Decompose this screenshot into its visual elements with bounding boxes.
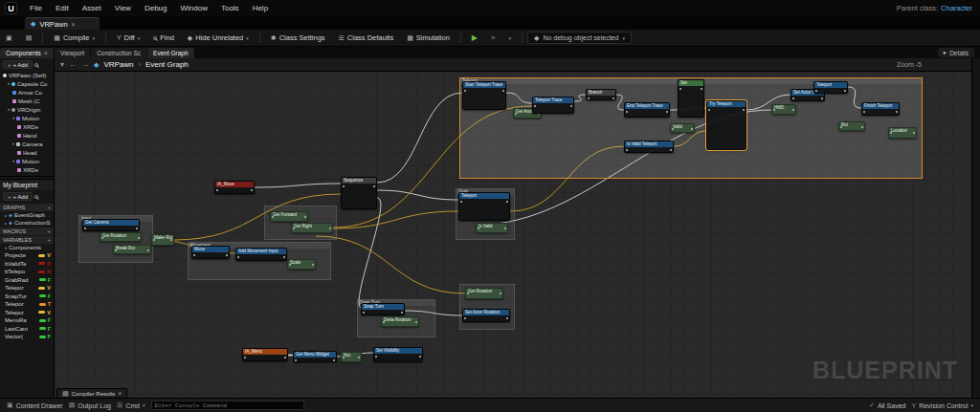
expand-arrow-icon[interactable]: ▾ [12,159,14,163]
details-panel-button[interactable]: ▸ Details [938,48,974,57]
expand-arrow-icon[interactable]: ▾ [12,116,14,120]
component-tree-item[interactable]: XRDe [0,122,54,131]
class-defaults-button[interactable]: ☰Class Defaults [333,30,400,47]
graph-node[interactable]: Snap Turn [361,303,405,315]
graph-node[interactable]: Teleport [458,192,510,221]
breadcrumb-root[interactable]: VRPawn [103,60,133,69]
graph-canvas[interactable]: BLUEPRINT ▤ Compiler Results × TeleportI… [55,72,971,398]
graph-node[interactable]: Is Valid Teleport [624,141,674,153]
breadcrumb-current[interactable]: Event Graph [145,60,189,69]
graph-node[interactable]: IA_Menu [242,348,288,361]
graph-node[interactable]: Add Movement Input [235,248,287,261]
variable-row[interactable]: Vector(F [0,333,54,341]
graph-node[interactable]: Get Rotation [465,288,503,299]
component-tree-item[interactable]: Mesh (C [0,97,54,105]
component-tree-item[interactable]: ▾Motion [0,157,54,165]
chevron-down-icon[interactable]: ▾ [92,35,95,41]
tab-vrpawn[interactable]: ◆ VRPawn × [25,17,100,30]
add-variable-icon[interactable]: + [47,237,51,243]
diff-button[interactable]: YDiff▾ [111,30,145,47]
content-drawer-button[interactable]: ▣Content Drawer [7,401,63,409]
collapsed-details-strip[interactable] [971,58,980,398]
expand-arrow-icon[interactable]: ▾ [5,246,7,250]
menu-item-help[interactable]: Help [246,0,275,16]
add-macro-icon[interactable]: + [47,228,51,234]
component-tree-item[interactable]: ▾Capsule Co [0,79,54,88]
variable-row[interactable]: bValidTeB [0,260,54,269]
tab-viewport[interactable]: Viewport [55,48,90,58]
variable-row[interactable]: ProjecteV [0,251,54,260]
debug-object-dropdown[interactable]: ◆ No debug object selected ▾ [527,32,632,44]
menu-item-asset[interactable]: Asset [76,0,108,16]
variable-row[interactable]: bTelepoB [0,268,54,276]
expand-arrow-icon[interactable]: ▸ [5,213,7,218]
expand-arrow-icon[interactable]: ▾ [12,141,14,146]
graph-node[interactable]: Branch [586,89,616,100]
graph-node[interactable]: Delta Rotation [381,316,419,327]
graph-node[interactable]: Set Visibility [373,347,423,362]
component-tree-item[interactable]: ▾VROrigin [0,105,54,114]
menu-item-file[interactable]: File [23,0,49,16]
tab-construction-sc[interactable]: Construction Sc [91,48,146,58]
graph-node[interactable]: End Teleport Trace [624,102,670,118]
graph-node[interactable]: Teleport [813,81,848,94]
graph-node[interactable]: Set Actor Rotation [462,309,510,322]
graph-node[interactable]: Is Valid [476,223,508,233]
expand-arrow-icon[interactable]: ▾ [8,107,10,112]
components-search-icon[interactable] [34,63,38,67]
variable-row[interactable]: MenuRaF [0,316,54,325]
compile-button[interactable]: ▦Compile▾ [48,30,100,47]
expand-arrow-icon[interactable]: ▸ [5,221,7,226]
parent-class-value[interactable]: Character [941,4,972,12]
class-settings-button[interactable]: ✱Class Settings [265,30,331,47]
bookmark-icon[interactable]: ▾ [60,60,64,69]
console-input[interactable] [151,401,304,410]
add-component-button[interactable]: ++ Add [3,60,33,69]
chevron-down-icon[interactable]: ▾ [138,35,141,41]
tab-compiler-results[interactable]: ▤ Compiler Results × [56,388,127,398]
graph-list-item[interactable]: ▸◈ConstructionS [0,219,54,227]
graph-node[interactable]: Try Teleport [706,100,746,150]
back-arrow-icon[interactable]: ← [69,60,77,69]
menu-item-tools[interactable]: Tools [214,0,246,16]
variable-row[interactable]: SnapTurF [0,293,54,301]
browse-icon-button[interactable]: ▤ [20,30,38,47]
graph-node[interactable]: Finish Teleport [861,102,900,116]
graph-node[interactable]: Break Rot [113,245,151,254]
cmd-dropdown[interactable]: ☰Cmd▾ [117,401,145,409]
add-graph-icon[interactable]: + [47,205,51,210]
component-tree-item[interactable]: VRPawn (Self) [0,71,54,79]
variable-row[interactable]: TeleporV [0,309,54,317]
graph-node[interactable]: Teleport Trace [532,97,574,114]
my-blueprint-search-icon[interactable] [34,195,38,199]
graph-node[interactable]: IA_Move [214,181,255,194]
component-tree-item[interactable]: ▾Camera [0,140,54,148]
graph-node[interactable]: Location [888,127,917,139]
graph-node[interactable]: Get Camera [82,219,140,231]
play-options-button[interactable]: ▾ [502,30,517,47]
save-icon-button[interactable]: ▣ [0,30,18,47]
expand-arrow-icon[interactable]: ▾ [8,81,10,86]
component-tree-item[interactable]: Head [0,148,54,157]
graph-node[interactable]: Get Rotation [100,232,142,242]
graph-node[interactable]: Scale [287,259,316,270]
graph-node[interactable]: Get Right [291,223,333,233]
tab-event-graph[interactable]: Event Graph [147,48,194,58]
variable-row[interactable]: GrabRadF [0,276,54,285]
forward-arrow-icon[interactable]: → [81,60,89,69]
section-variables[interactable]: VARIABLES+ [0,236,54,244]
unreal-logo-icon[interactable]: U [5,2,17,14]
chevron-down-icon[interactable]: ▾ [246,35,249,41]
all-saved-button[interactable]: ✓All Saved [869,401,905,409]
graph-node[interactable]: Set [678,79,704,118]
tab-components[interactable]: Components × [0,48,54,58]
graph-node[interactable]: Not [341,352,362,362]
graph-node[interactable]: Get Menu Widget [293,351,337,362]
graph-list-item[interactable]: ▸◈EventGraph [0,211,54,219]
component-tree-item[interactable]: ▾Motion [0,114,54,122]
frame-skip-button[interactable]: » [485,30,501,47]
output-log-button[interactable]: ▤Output Log [69,401,111,409]
revision-control-button[interactable]: YRevision Control▾ [911,402,973,409]
menu-item-edit[interactable]: Edit [49,0,76,16]
graph-node[interactable]: Start Teleport Trace [462,81,506,110]
